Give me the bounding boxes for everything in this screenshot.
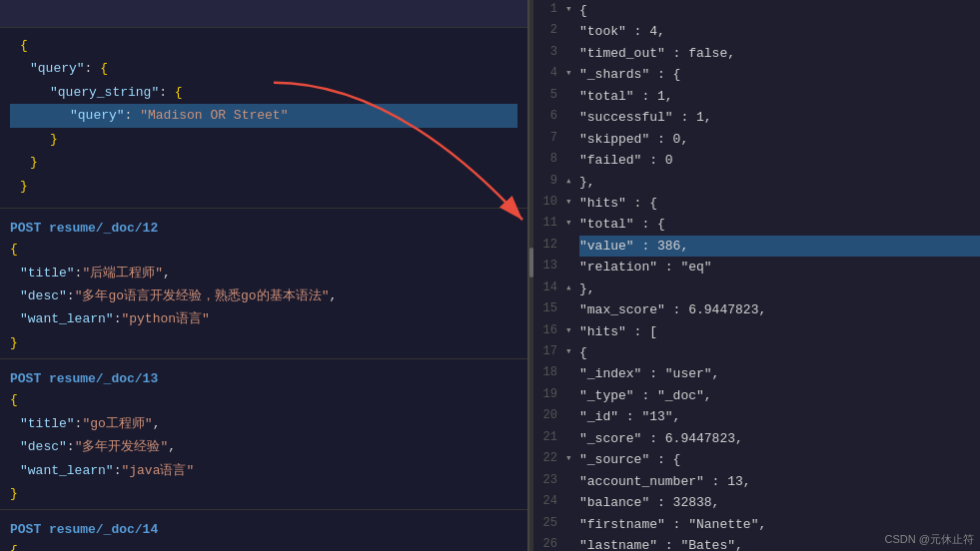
right-line-16: 16▾ "hits" : [	[533, 321, 980, 342]
line-number: 25	[533, 514, 565, 534]
line-number: 4	[533, 64, 565, 84]
line-text: "_id" : "13",	[579, 406, 980, 427]
line-number: 5	[533, 86, 565, 106]
right-line-13: 13 "relation" : "eq"	[533, 257, 980, 277]
query-line-1: {	[10, 34, 517, 57]
line-text: {	[579, 342, 980, 363]
line-number: 11	[533, 214, 565, 234]
line-number: 1	[533, 0, 565, 20]
line-number: 13	[533, 257, 565, 276]
post-12-header: POST resume/_doc/12	[0, 219, 527, 238]
right-line-19: 19 "_type" : "_doc",	[533, 385, 980, 406]
line-text: "relation" : "eq"	[579, 257, 980, 277]
watermark: CSDN @元休止符	[885, 532, 974, 547]
line-number: 26	[533, 535, 565, 551]
post-13-open: {	[0, 388, 527, 411]
right-line-18: 18 "_index" : "user",	[533, 363, 980, 384]
right-line-11: 11▾ "total" : {	[533, 214, 980, 235]
line-text: "took" : 4,	[579, 21, 980, 42]
right-line-17: 17▾ {	[533, 342, 980, 363]
line-text: "account_number" : 13,	[579, 471, 980, 492]
collapse-toggle[interactable]: ▾	[565, 0, 579, 18]
post-12-open: {	[0, 238, 527, 261]
query-line-4: "query": "Madison OR Street"	[10, 104, 517, 127]
post-14-block: POST resume/_doc/14 { "title":"工程师", "de…	[0, 520, 527, 551]
right-line-23: 23 "account_number" : 13,	[533, 471, 980, 492]
right-line-20: 20 "_id" : "13",	[533, 406, 980, 427]
line-number: 8	[533, 150, 565, 170]
collapse-toggle[interactable]: ▾	[565, 342, 579, 360]
line-text: "failed" : 0	[579, 150, 980, 171]
post-13-block: POST resume/_doc/13 { "title":"go工程师", "…	[0, 369, 527, 505]
left-panel: { "query": { "query_string": { "query": …	[0, 0, 529, 551]
line-text: "max_score" : 6.9447823,	[579, 299, 980, 320]
line-number: 12	[533, 236, 565, 256]
post-13-header: POST resume/_doc/13	[0, 369, 527, 388]
query-line-5: }	[10, 128, 517, 151]
line-text: },	[579, 278, 980, 299]
divider-2	[0, 358, 527, 359]
query-line-3: "query_string": {	[10, 81, 517, 104]
line-number: 6	[533, 107, 565, 127]
collapse-toggle[interactable]: ▾	[565, 64, 579, 82]
right-line-6: 6 "successful" : 1,	[533, 107, 980, 128]
collapse-toggle[interactable]: ▴	[565, 278, 579, 296]
collapse-toggle[interactable]: ▾	[565, 321, 579, 339]
collapse-toggle[interactable]: ▾	[565, 193, 579, 211]
collapse-toggle[interactable]: ▾	[565, 449, 579, 467]
line-text: "_index" : "user",	[579, 363, 980, 384]
line-text: "successful" : 1,	[579, 107, 980, 128]
divider-3	[0, 509, 527, 510]
line-number: 2	[533, 21, 565, 41]
line-text: "skipped" : 0,	[579, 129, 980, 150]
post-12-want: "want_learn":"python语言"	[0, 307, 527, 330]
right-line-12: 12 "value" : 386,	[533, 236, 980, 257]
post-12-desc: "desc":"多年go语言开发经验，熟悉go的基本语法",	[0, 284, 527, 307]
line-number: 3	[533, 43, 565, 63]
line-text: "total" : 1,	[579, 86, 980, 107]
line-text: "hits" : {	[579, 193, 980, 214]
line-text: "_shards" : {	[579, 64, 980, 85]
query-line-2: "query": {	[10, 57, 517, 80]
line-text: {	[579, 0, 980, 21]
right-panel: 1▾{2 "took" : 4,3 "timed_out" : false,4▾…	[533, 0, 980, 551]
post-14-header: POST resume/_doc/14	[0, 520, 527, 539]
divider-1	[0, 208, 527, 209]
line-text: "balance" : 32838,	[579, 492, 980, 513]
line-text: "total" : {	[579, 214, 980, 235]
line-number: 20	[533, 406, 565, 426]
post-14-open: {	[0, 539, 527, 551]
line-text: "timed_out" : false,	[579, 43, 980, 64]
right-line-15: 15 "max_score" : 6.9447823,	[533, 299, 980, 320]
right-line-2: 2 "took" : 4,	[533, 21, 980, 42]
line-number: 23	[533, 471, 565, 491]
query-line-7: }	[10, 175, 517, 198]
line-text: "_type" : "_doc",	[579, 385, 980, 406]
collapse-toggle[interactable]: ▾	[565, 214, 579, 232]
post-12-block: POST resume/_doc/12 { "title":"后端工程师", "…	[0, 219, 527, 354]
line-text: "_source" : {	[579, 449, 980, 470]
post-13-close: }	[0, 482, 527, 505]
right-line-1: 1▾{	[533, 0, 980, 21]
collapse-toggle[interactable]: ▴	[565, 172, 579, 190]
right-line-5: 5 "total" : 1,	[533, 86, 980, 107]
line-text: "hits" : [	[579, 321, 980, 342]
line-number: 21	[533, 428, 565, 448]
line-number: 15	[533, 299, 565, 319]
post-13-desc: "desc":"多年开发经验",	[0, 435, 527, 458]
query-block: { "query": { "query_string": { "query": …	[0, 28, 527, 204]
line-number: 16	[533, 321, 565, 341]
right-line-4: 4▾ "_shards" : {	[533, 64, 980, 85]
right-line-9: 9▴ },	[533, 172, 980, 193]
right-line-24: 24 "balance" : 32838,	[533, 492, 980, 513]
post-13-want: "want_learn":"java语言"	[0, 459, 527, 482]
post-12-close: }	[0, 331, 527, 354]
line-number: 19	[533, 385, 565, 405]
line-number: 18	[533, 363, 565, 383]
line-text: "_score" : 6.9447823,	[579, 428, 980, 449]
line-number: 9	[533, 172, 565, 192]
line-number: 7	[533, 129, 565, 149]
post-13-title: "title":"go工程师",	[0, 412, 527, 435]
right-line-8: 8 "failed" : 0	[533, 150, 980, 171]
line-number: 14	[533, 278, 565, 298]
